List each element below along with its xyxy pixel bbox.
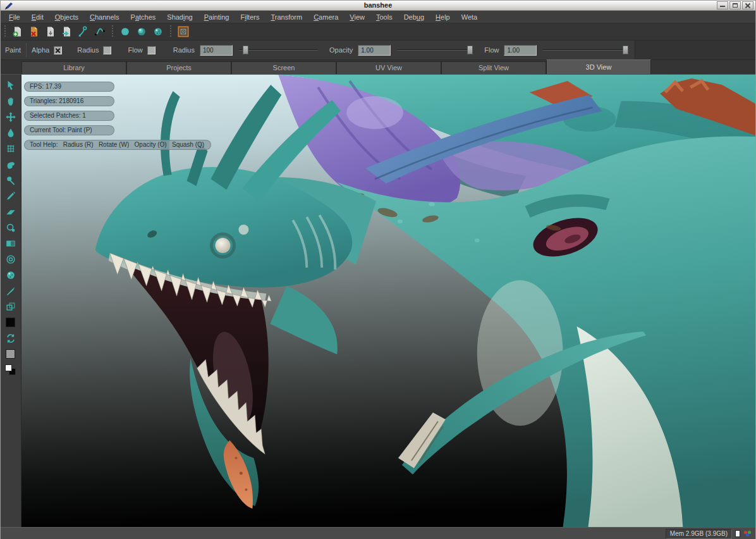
hud-overlay: FPS: 17.39Triangles: 2180916Selected Pat…	[24, 82, 211, 154]
hud-pill-3: Current Tool: Paint (P)	[24, 125, 114, 135]
radius-label: Radius	[173, 46, 195, 54]
flow-toggle-label: Flow	[128, 46, 142, 54]
radius-slider-handle[interactable]	[243, 46, 248, 54]
minimize-button[interactable]	[717, 1, 728, 9]
hud-pill-2: Selected Patches: 1	[24, 111, 114, 121]
background-color-swatch[interactable]	[3, 346, 19, 362]
menu-item-filters[interactable]: Filters	[235, 11, 265, 23]
select-arrow-icon[interactable]	[3, 77, 19, 93]
radius-slider[interactable]	[239, 45, 318, 55]
menu-item-patches[interactable]: Patches	[125, 11, 162, 23]
menu-item-camera[interactable]: Camera	[308, 11, 344, 23]
paint-options-bar: Paint Alpha Radius Flow Radius 100 Opaci…	[1, 40, 755, 60]
doc-new-icon[interactable]	[10, 24, 25, 39]
title-bar[interactable]: banshee	[1, 1, 755, 11]
opacity-label: Opacity	[329, 46, 353, 54]
view-tab-bar: LibraryProjectsScreenUV ViewSplit View3D…	[1, 60, 755, 75]
move-icon[interactable]	[3, 109, 19, 125]
app-window: banshee FileEditObjectsChannelsPatchesSh…	[0, 0, 756, 539]
toolbar-handle	[168, 25, 173, 38]
opacity-field[interactable]: 1.00	[358, 45, 391, 56]
maximize-button[interactable]	[729, 1, 741, 9]
tab-screen[interactable]: Screen	[231, 61, 336, 74]
menu-item-painting[interactable]: Painting	[198, 11, 235, 23]
grid-warp-icon[interactable]	[3, 140, 19, 156]
foreground-color-swatch[interactable]	[3, 314, 19, 330]
menu-item-help[interactable]: Help	[430, 11, 456, 23]
pen-stroke-icon[interactable]	[3, 283, 19, 299]
opacity-slider[interactable]	[397, 45, 473, 55]
paint-through-icon[interactable]	[176, 24, 191, 39]
flow-label: Flow	[484, 46, 499, 54]
sphere-textured-icon[interactable]	[150, 24, 166, 39]
sphere-flat-icon[interactable]	[118, 24, 133, 39]
toolbar-handle	[3, 25, 8, 38]
flow-slider[interactable]	[543, 45, 628, 55]
menu-item-channels[interactable]: Channels	[84, 11, 125, 23]
color-pair-swatch[interactable]	[3, 362, 19, 378]
toolbar-handle	[110, 25, 115, 38]
droplet-icon[interactable]	[3, 125, 19, 140]
doc-save-icon[interactable]	[43, 24, 58, 39]
eraser-icon[interactable]	[3, 204, 19, 220]
swap-colors-icon[interactable]	[3, 330, 19, 346]
tab-split-view[interactable]: Split View	[441, 61, 546, 74]
tab-3d-view[interactable]: 3D View	[546, 59, 651, 74]
hud-pill-0: FPS: 17.39	[24, 82, 114, 92]
separator	[26, 43, 27, 57]
current-color-swatch[interactable]	[735, 530, 740, 537]
main-toolbar	[1, 23, 755, 40]
menu-item-tools[interactable]: Tools	[370, 11, 398, 23]
zoom-ring-icon[interactable]	[3, 220, 19, 235]
flow-slider-handle[interactable]	[623, 46, 628, 54]
radius-toggle-label: Radius	[77, 46, 99, 54]
hud-pill-1: Triangles: 2180916	[24, 96, 114, 106]
menu-bar: FileEditObjectsChannelsPatchesShadingPai…	[1, 11, 755, 23]
flow-checkbox[interactable]	[147, 46, 155, 54]
alpha-checkbox[interactable]	[54, 46, 62, 54]
concentric-rings-icon[interactable]	[3, 251, 19, 267]
radius-field[interactable]: 100	[200, 45, 233, 56]
tab-uv-view[interactable]: UV View	[336, 61, 441, 74]
pan-hand-icon[interactable]	[3, 93, 19, 109]
rgb-channels-icon[interactable]	[743, 530, 752, 537]
3d-viewport[interactable]: FPS: 17.39Triangles: 2180916Selected Pat…	[21, 75, 755, 527]
menu-item-weta[interactable]: Weta	[456, 11, 483, 23]
alpha-label: Alpha	[32, 46, 49, 54]
pin-icon[interactable]	[3, 172, 19, 188]
menu-item-view[interactable]: View	[344, 11, 370, 23]
menu-item-edit[interactable]: Edit	[26, 11, 49, 23]
pencil-icon[interactable]	[3, 188, 19, 204]
flow-field[interactable]: 1.00	[504, 45, 537, 56]
menu-item-debug[interactable]: Debug	[398, 11, 430, 23]
maximize-icon	[733, 3, 738, 8]
curve-path-icon[interactable]	[92, 24, 107, 39]
opacity-slider-handle[interactable]	[467, 46, 473, 54]
doc-close-icon[interactable]	[27, 24, 42, 39]
clone-icon[interactable]	[3, 299, 19, 314]
gradient-rect-icon[interactable]	[3, 235, 19, 251]
hud-pill-4: Tool Help: Radius (R) Rotate (W) Opacity…	[24, 140, 211, 150]
doc-import-icon[interactable]	[59, 24, 75, 39]
paint-sphere-icon[interactable]	[3, 267, 19, 283]
sphere-shaded-icon[interactable]	[134, 24, 149, 39]
close-button[interactable]	[742, 1, 753, 9]
separator	[635, 40, 755, 59]
tab-projects[interactable]: Projects	[126, 61, 231, 74]
pen-path-icon[interactable]	[76, 24, 91, 39]
menu-item-objects[interactable]: Objects	[49, 11, 84, 23]
window-title: banshee	[1, 1, 755, 9]
memory-indicator: Mem 2.9GB (3.9GB)	[666, 529, 732, 539]
menu-item-shading[interactable]: Shading	[161, 11, 198, 23]
current-tool-label: Paint	[5, 46, 21, 54]
menu-item-transform[interactable]: Transform	[265, 11, 308, 23]
status-bar: Mem 2.9GB (3.9GB)	[1, 527, 755, 539]
tool-palette	[1, 75, 21, 527]
minimize-icon	[720, 6, 725, 7]
smudge-icon[interactable]	[3, 156, 19, 172]
tab-library[interactable]: Library	[21, 61, 126, 74]
radius-checkbox[interactable]	[103, 46, 111, 54]
